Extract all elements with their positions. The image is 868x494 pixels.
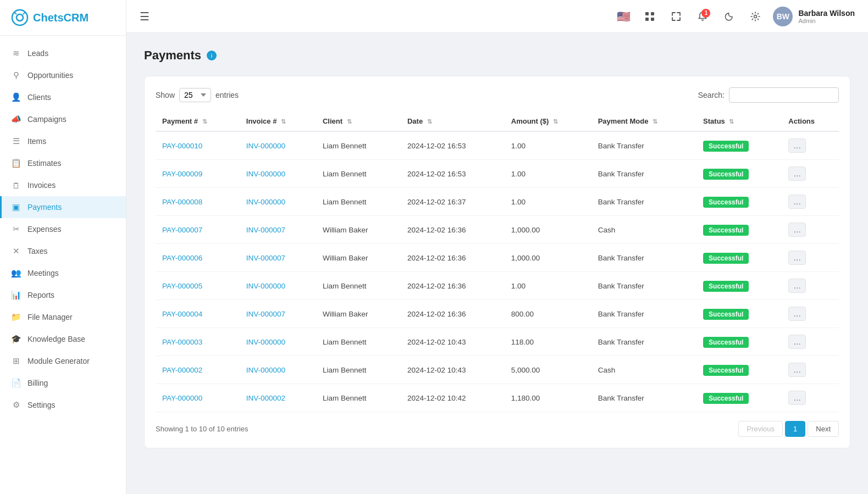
sidebar-item-taxes[interactable]: ✕Taxes	[0, 240, 126, 262]
actions-button[interactable]: …	[788, 223, 806, 237]
payment-num-link[interactable]: PAY-000004	[162, 310, 202, 318]
apps-icon[interactable]	[641, 8, 659, 25]
sidebar-item-reports[interactable]: 📊Reports	[0, 284, 126, 306]
table-row: PAY-000006INV-000007William Baker2024-12…	[156, 244, 839, 272]
payment-num-link[interactable]: PAY-000010	[162, 142, 202, 150]
payment-num-link[interactable]: PAY-000007	[162, 226, 202, 234]
payment-mode-cell: Bank Transfer	[591, 244, 696, 272]
actions-cell: …	[782, 356, 839, 384]
invoice-num-link[interactable]: INV-000000	[246, 338, 285, 346]
user-section[interactable]: BW Barbara Wilson Admin	[773, 7, 855, 26]
actions-button[interactable]: …	[788, 279, 806, 293]
payment-num-link[interactable]: PAY-000008	[162, 198, 202, 206]
hamburger-button[interactable]: ☰	[140, 10, 150, 23]
sidebar-item-items[interactable]: ☰Items	[0, 130, 126, 152]
date-cell: 2024-12-02 16:36	[401, 216, 505, 244]
invoice-num-link[interactable]: INV-000007	[246, 254, 285, 262]
invoice-num-link[interactable]: INV-000000	[246, 170, 285, 178]
settings-icon[interactable]	[747, 8, 764, 25]
table-row: PAY-000003INV-000000Liam Bennett2024-12-…	[156, 328, 839, 356]
client-cell: William Baker	[316, 300, 401, 328]
amount-cell: 1.00	[505, 131, 591, 160]
sidebar-item-knowledge-base[interactable]: 🎓Knowledge Base	[0, 328, 126, 350]
actions-button[interactable]: …	[788, 363, 806, 377]
invoice-num-link[interactable]: INV-000007	[246, 310, 285, 318]
sidebar-item-settings[interactable]: ⚙Settings	[0, 394, 126, 416]
col-payment_mode[interactable]: Payment Mode ⇅	[591, 112, 696, 131]
col-payment_num[interactable]: Payment # ⇅	[156, 112, 240, 131]
info-icon[interactable]: i	[207, 51, 217, 60]
payment-num-cell: PAY-000003	[156, 328, 240, 356]
sort-icon-amount: ⇅	[553, 118, 558, 125]
svg-line-2	[14, 12, 16, 14]
col-status[interactable]: Status ⇅	[696, 112, 782, 131]
col-client[interactable]: Client ⇅	[316, 112, 401, 131]
sidebar-item-expenses[interactable]: ✂Expenses	[0, 218, 126, 240]
actions-button[interactable]: …	[788, 166, 806, 181]
payment-mode-cell: Cash	[591, 216, 696, 244]
header-row: Payment # ⇅Invoice # ⇅Client ⇅Date ⇅Amou…	[156, 112, 839, 131]
entries-select[interactable]: 102550100	[179, 88, 211, 102]
nav-icon-module-generator: ⊞	[11, 356, 21, 366]
sidebar-item-billing[interactable]: 📄Billing	[0, 372, 126, 394]
sidebar-item-estimates[interactable]: 📋Estimates	[0, 152, 126, 174]
actions-button[interactable]: …	[788, 391, 806, 405]
actions-button[interactable]: …	[788, 138, 806, 153]
sidebar-item-module-generator[interactable]: ⊞Module Generator	[0, 350, 126, 372]
sidebar-item-meetings[interactable]: 👥Meetings	[0, 262, 126, 284]
dark-mode-toggle[interactable]	[720, 8, 738, 25]
sidebar-item-payments[interactable]: ▣Payments	[0, 196, 126, 218]
invoice-num-link[interactable]: INV-000002	[246, 394, 285, 402]
actions-cell: …	[782, 328, 839, 356]
payment-num-link[interactable]: PAY-000009	[162, 170, 202, 178]
col-amount[interactable]: Amount ($) ⇅	[505, 112, 591, 131]
status-badge: Successful	[703, 141, 749, 152]
sidebar-item-file-manager[interactable]: 📁File Manager	[0, 306, 126, 328]
previous-button[interactable]: Previous	[738, 421, 783, 437]
sidebar-item-opportunities[interactable]: ⚲Opportunities	[0, 64, 126, 86]
payment-num-link[interactable]: PAY-000002	[162, 366, 202, 374]
payment-num-link[interactable]: PAY-000003	[162, 338, 202, 346]
search-input[interactable]	[729, 87, 839, 103]
col-date[interactable]: Date ⇅	[401, 112, 505, 131]
status-badge: Successful	[703, 169, 749, 180]
col-actions[interactable]: Actions	[782, 112, 839, 131]
header-left: ☰	[140, 10, 150, 23]
sidebar-nav: ≋Leads⚲Opportunities👤Clients📣Campaigns☰I…	[0, 36, 126, 423]
payment-num-link[interactable]: PAY-000005	[162, 282, 202, 290]
notifications-icon[interactable]: 1	[694, 8, 711, 25]
showing-text: Showing 1 to 10 of 10 entries	[156, 425, 248, 433]
status-cell: Successful	[696, 160, 782, 188]
actions-button[interactable]: …	[788, 195, 806, 209]
svg-point-8	[754, 15, 757, 18]
nav-icon-reports: 📊	[11, 290, 21, 300]
actions-button[interactable]: …	[788, 251, 806, 265]
table-body: PAY-000010INV-000000Liam Bennett2024-12-…	[156, 131, 839, 412]
table-row: PAY-000002INV-000000Liam Bennett2024-12-…	[156, 356, 839, 384]
logo-text: ChetsCRM	[33, 12, 89, 24]
next-button[interactable]: Next	[808, 421, 839, 437]
invoice-num-link[interactable]: INV-000000	[246, 142, 285, 150]
nav-label-opportunities: Opportunities	[27, 71, 73, 80]
sidebar-item-leads[interactable]: ≋Leads	[0, 42, 126, 64]
col-invoice_num[interactable]: Invoice # ⇅	[240, 112, 316, 131]
payment-num-link[interactable]: PAY-000000	[162, 394, 202, 402]
invoice-num-link[interactable]: INV-000007	[246, 226, 285, 234]
payment-num-link[interactable]: PAY-000006	[162, 254, 202, 262]
actions-button[interactable]: …	[788, 335, 806, 349]
sort-icon-invoice_num: ⇅	[281, 118, 286, 125]
sidebar-item-invoices[interactable]: 🗒Invoices	[0, 174, 126, 196]
language-selector[interactable]: 🇺🇸	[615, 8, 632, 25]
sidebar-item-campaigns[interactable]: 📣Campaigns	[0, 108, 126, 130]
invoice-num-link[interactable]: INV-000000	[246, 282, 285, 290]
invoice-num-link[interactable]: INV-000000	[246, 198, 285, 206]
actions-button[interactable]: …	[788, 307, 806, 321]
sidebar-item-clients[interactable]: 👤Clients	[0, 86, 126, 108]
invoice-num-link[interactable]: INV-000000	[246, 366, 285, 374]
logo[interactable]: ChetsCRM	[0, 0, 126, 36]
client-cell: William Baker	[316, 216, 401, 244]
date-cell: 2024-12-02 10:42	[401, 384, 505, 412]
header: ☰ 🇺🇸 1 BW Barbara Wilson	[126, 0, 868, 33]
fullscreen-icon[interactable]	[667, 8, 685, 25]
page-1-button[interactable]: 1	[785, 421, 805, 437]
